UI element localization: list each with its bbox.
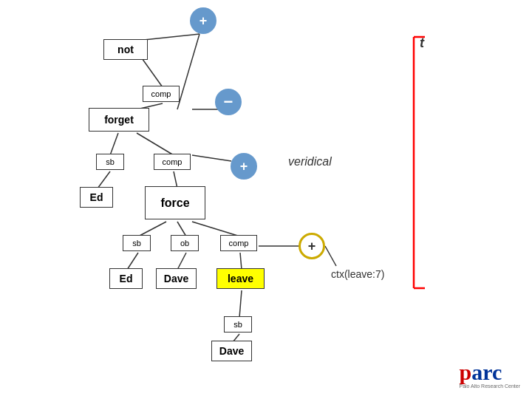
ob-node: ob <box>171 235 199 251</box>
plus-top-node: + <box>190 7 216 34</box>
plus-3-node: + <box>299 233 325 259</box>
force-node: force <box>145 186 205 219</box>
ed-1-node: Ed <box>80 187 113 208</box>
svg-line-3 <box>110 133 118 155</box>
comp-3-node: comp <box>220 235 257 251</box>
ctx-label: ctx(leave:7) <box>331 268 384 280</box>
svg-line-5 <box>192 155 231 161</box>
svg-line-19 <box>325 246 336 266</box>
sb-1-node: sb <box>96 154 124 170</box>
t-label: t <box>420 35 424 51</box>
leave-node: leave <box>216 268 265 289</box>
svg-line-4 <box>137 133 174 155</box>
dave-1-node: Dave <box>156 268 197 289</box>
minus-node: − <box>215 89 242 115</box>
ed-2-node: Ed <box>109 268 143 289</box>
parc-logo: parc Palo Alto Research Center <box>460 361 521 389</box>
svg-line-15 <box>239 290 242 318</box>
svg-line-8 <box>138 222 166 236</box>
parc-subtitle: Palo Alto Research Center <box>460 383 521 389</box>
svg-line-14 <box>240 253 242 270</box>
comp-2-node: comp <box>154 154 191 170</box>
diagram: + not comp − forget sb comp + veridical … <box>0 0 532 399</box>
sb-2-node: sb <box>123 235 151 251</box>
svg-line-6 <box>98 171 110 188</box>
veridical-label: veridical <box>288 155 332 168</box>
svg-line-13 <box>177 253 186 270</box>
sb-3-node: sb <box>224 316 252 332</box>
not-node: not <box>103 39 148 60</box>
dave-2-node: Dave <box>211 341 252 361</box>
plus-2-node: + <box>231 153 257 180</box>
svg-line-12 <box>127 253 138 270</box>
comp-1-node: comp <box>143 86 180 102</box>
svg-line-1 <box>177 34 200 109</box>
forget-node: forget <box>89 108 149 132</box>
svg-line-10 <box>192 222 240 236</box>
svg-line-9 <box>177 222 186 236</box>
